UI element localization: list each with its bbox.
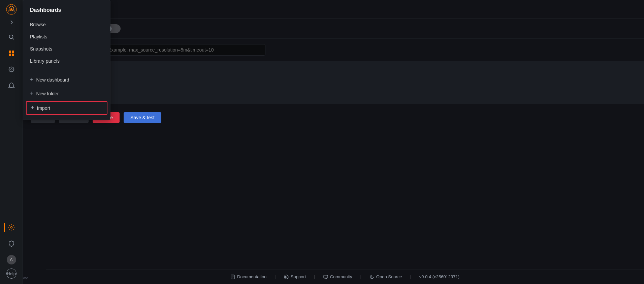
disable-metrics-row: Disable metrics lookup i (23, 19, 644, 39)
svg-rect-6 (12, 54, 14, 56)
doc-icon (230, 275, 235, 279)
status-working-text: n source is working (31, 83, 636, 89)
sidebar: A Help (0, 0, 23, 284)
footer-sep-1: | (275, 274, 276, 279)
svg-rect-3 (9, 51, 11, 53)
svg-rect-13 (324, 275, 328, 278)
dropdown-item-library-panels[interactable]: Library panels (23, 55, 110, 67)
new-folder-label: New folder (36, 91, 59, 96)
sidebar-item-dashboards[interactable] (4, 46, 19, 61)
dropdown-item-browse[interactable]: Browse (23, 19, 110, 31)
sidebar-nav-icons (4, 30, 19, 220)
grafana-logo[interactable] (5, 3, 18, 16)
main-content: Misc Disable metrics lookup i meters i n… (23, 0, 644, 284)
svg-point-7 (9, 67, 14, 72)
svg-point-2 (9, 35, 13, 39)
support-icon (284, 275, 289, 279)
sidebar-bottom-icons: A Help (4, 220, 19, 281)
dropdown-title: Dashboards (23, 4, 110, 19)
footer-community-label: Community (330, 274, 352, 279)
browse-label: Browse (30, 22, 46, 27)
dropdown-item-snapshots[interactable]: Snapshots (23, 43, 110, 55)
dropdown-action-import[interactable]: + Import (26, 101, 107, 115)
sidebar-item-explore[interactable] (4, 62, 19, 77)
new-dashboard-label: New dashboard (36, 77, 69, 83)
dashboards-dropdown: Dashboards Browse Playlists Snapshots Li… (23, 0, 110, 120)
dropdown-action-new-dashboard[interactable]: + New dashboard (23, 73, 110, 87)
sidebar-item-alerting[interactable] (4, 78, 19, 93)
svg-point-1 (10, 8, 12, 10)
svg-rect-4 (12, 51, 14, 53)
footer-documentation-label: Documentation (237, 274, 266, 279)
svg-point-11 (284, 275, 288, 279)
action-buttons-row: Back Explore Delete Save & test (23, 104, 644, 123)
sidebar-item-user[interactable]: A (4, 252, 19, 267)
sidebar-item-help[interactable]: Help (6, 269, 17, 279)
community-icon (323, 275, 328, 279)
new-dashboard-plus-icon: + (30, 76, 34, 83)
sidebar-item-shield[interactable] (4, 236, 19, 251)
playlists-label: Playlists (30, 34, 47, 39)
sidebar-item-configuration[interactable] (4, 220, 19, 235)
dropdown-divider (23, 70, 110, 70)
svg-point-8 (11, 69, 12, 70)
footer-support-label: Support (291, 274, 306, 279)
new-folder-plus-icon: + (30, 90, 34, 97)
spacer-section (23, 61, 644, 75)
footer-sep-3: | (360, 274, 361, 279)
sidebar-toggle-button[interactable] (5, 18, 18, 27)
test-status-section: n source is working 详情 (23, 75, 644, 104)
custom-query-input[interactable] (104, 44, 265, 56)
sidebar-item-search[interactable] (4, 30, 19, 44)
footer-support-link[interactable]: Support (284, 274, 306, 279)
status-detail-text: 详情 (31, 90, 636, 96)
dropdown-action-new-folder[interactable]: + New folder (23, 87, 110, 100)
footer-sep-2: | (314, 274, 315, 279)
save-test-button[interactable]: Save & test (124, 112, 161, 123)
footer-opensource-label: Open Source (376, 274, 402, 279)
library-panels-label: Library panels (30, 58, 60, 64)
page-header: Misc (23, 0, 644, 19)
import-plus-icon: + (31, 104, 34, 112)
footer-community-link[interactable]: Community (323, 274, 352, 279)
custom-query-row: meters i (23, 39, 644, 61)
footer-documentation-link[interactable]: Documentation (230, 274, 266, 279)
opensource-icon (369, 275, 374, 279)
footer: Documentation | Support | Community | (46, 269, 644, 284)
dropdown-item-playlists[interactable]: Playlists (23, 31, 110, 43)
footer-opensource-link[interactable]: Open Source (369, 274, 402, 279)
snapshots-label: Snapshots (30, 46, 52, 52)
svg-rect-5 (9, 54, 11, 56)
footer-sep-4: | (410, 274, 411, 279)
footer-version: v9.0.4 (c256012971) (419, 274, 459, 279)
svg-point-9 (10, 227, 12, 228)
help-label: Help (7, 271, 16, 276)
import-label: Import (37, 105, 51, 111)
